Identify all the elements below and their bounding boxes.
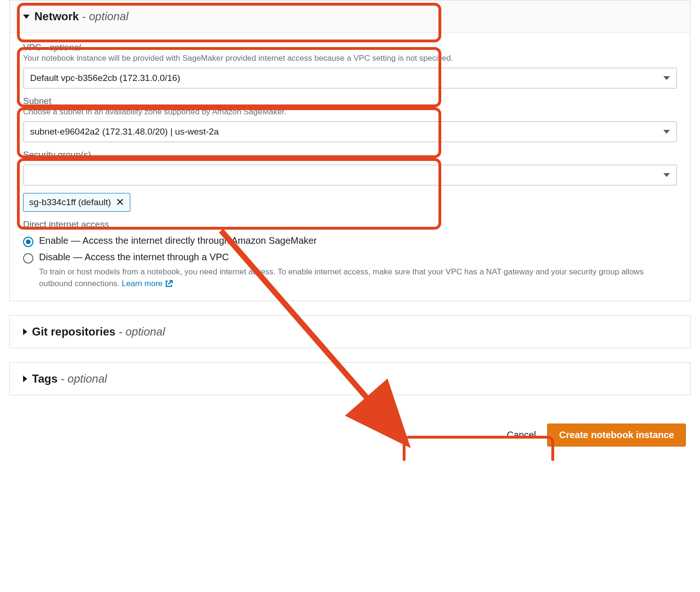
internet-access-label: Direct internet access <box>23 219 677 230</box>
internet-access-enable-label: Enable — Access the internet directly th… <box>39 235 317 246</box>
internet-access-enable-row[interactable]: Enable — Access the internet directly th… <box>23 235 677 247</box>
subnet-select-value: subnet-e96042a2 (172.31.48.0/20) | us-we… <box>30 127 219 137</box>
caret-right-icon <box>23 376 27 382</box>
vpc-select[interactable]: Default vpc-b356e2cb (172.31.0.0/16) <box>23 68 677 88</box>
tags-panel-header[interactable]: Tags - optional <box>10 363 690 395</box>
learn-more-link[interactable]: Learn more <box>122 278 173 290</box>
dropdown-caret-icon <box>663 130 670 134</box>
git-repos-panel-header[interactable]: Git repositories - optional <box>10 316 690 348</box>
network-optional-suffix: - optional <box>79 10 128 23</box>
tags-panel: Tags - optional <box>9 362 691 395</box>
caret-right-icon <box>23 328 27 335</box>
subnet-select[interactable]: subnet-e96042a2 (172.31.48.0/20) | us-we… <box>23 121 677 142</box>
dropdown-caret-icon <box>663 76 670 80</box>
subnet-label: Subnet <box>23 96 51 106</box>
security-group-token-label: sg-b334c1ff (default) <box>29 197 111 208</box>
cancel-button[interactable]: Cancel <box>507 430 536 440</box>
vpc-optional-suffix: - optional <box>41 42 80 52</box>
caret-down-icon <box>23 15 30 19</box>
security-group-token[interactable]: sg-b334c1ff (default) ✕ <box>23 193 130 212</box>
dropdown-caret-icon <box>663 173 670 177</box>
create-notebook-instance-button[interactable]: Create notebook instance <box>547 424 686 447</box>
vpc-field-group: VPC - optional Your notebook instance wi… <box>10 37 690 90</box>
network-panel: Network - optional VPC - optional Your n… <box>9 0 691 301</box>
radio-unselected-icon[interactable] <box>23 253 33 264</box>
network-panel-header[interactable]: Network - optional <box>10 0 690 33</box>
tags-optional-suffix: - optional <box>57 372 107 385</box>
vpc-select-value: Default vpc-b356e2cb (172.31.0.0/16) <box>30 73 180 83</box>
git-repos-panel: Git repositories - optional <box>9 315 691 348</box>
close-icon[interactable]: ✕ <box>116 197 124 208</box>
internet-access-disable-label: Disable — Access the internet through a … <box>39 252 229 263</box>
security-groups-select[interactable] <box>23 165 677 185</box>
security-groups-field-group: Security group(s) <box>10 144 690 187</box>
vpc-help: Your notebook instance will be provided … <box>23 54 677 63</box>
radio-selected-icon[interactable] <box>23 237 33 247</box>
network-title: Network <box>34 10 79 23</box>
security-groups-label: Security group(s) <box>23 150 91 160</box>
internet-access-disable-help: To train or host models from a notebook,… <box>39 266 677 289</box>
vpc-label: VPC <box>23 42 41 52</box>
footer-actions: Cancel Create notebook instance <box>9 409 691 461</box>
subnet-field-group: Subnet Choose a subnet in an availabilit… <box>10 90 690 144</box>
git-repos-title: Git repositories <box>32 325 115 338</box>
internet-access-disable-row[interactable]: Disable — Access the internet through a … <box>23 252 677 264</box>
network-panel-body: VPC - optional Your notebook instance wi… <box>10 33 690 301</box>
git-repos-optional-suffix: - optional <box>115 325 165 338</box>
external-link-icon <box>165 280 173 288</box>
tags-title: Tags <box>32 372 57 385</box>
subnet-help: Choose a subnet in an availability zone … <box>23 107 677 117</box>
internet-access-group: Direct internet access Enable — Access t… <box>10 212 690 289</box>
